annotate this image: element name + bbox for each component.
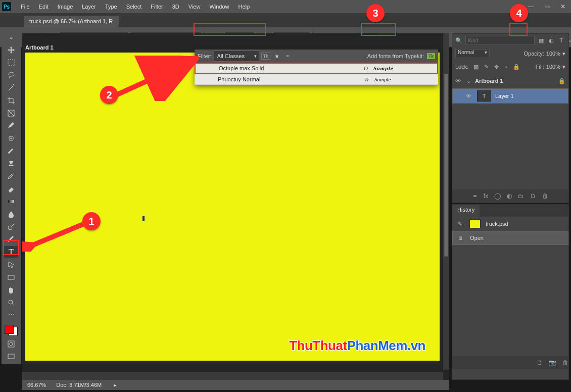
lock-label: Lock: [455,64,468,70]
rectangle-tool-icon[interactable] [4,271,18,283]
foreground-color-swatch[interactable] [5,325,14,334]
fill-value[interactable]: 100% [546,64,560,70]
hand-tool-icon[interactable] [4,284,18,296]
menu-window[interactable]: Window [205,4,233,10]
typekit-badge[interactable]: Tk [427,53,435,59]
type-tool-icon[interactable]: T [4,246,18,258]
history-snapshot[interactable]: ✎ truck.psd [452,217,568,231]
svg-rect-4 [8,200,14,203]
new-layer-icon[interactable]: 🗋 [530,192,536,200]
healing-brush-tool-icon[interactable] [4,132,18,144]
font-filter-select[interactable]: All Classes▾ [214,51,259,62]
zoom-level[interactable]: 66.67% [27,382,46,388]
history-thumbnail [469,219,481,228]
delete-layer-icon[interactable]: 🗑 [542,192,548,200]
typekit-toggle-icon[interactable]: Tk [261,53,270,60]
filter-type-icon[interactable]: T [558,37,565,44]
edit-toolbar-icon[interactable]: ⋯ [4,309,18,321]
similar-filter-icon[interactable]: ≈ [283,53,293,59]
visibility-icon[interactable]: 👁 [466,93,473,99]
menu-view[interactable]: View [184,4,205,10]
history-brush-tool-icon[interactable] [4,170,18,182]
frame-tool-icon[interactable] [4,107,18,119]
blend-mode-select[interactable]: Normal▾ [455,49,490,58]
menu-file[interactable]: File [16,4,34,10]
layer-fx-icon[interactable]: fx [484,192,488,200]
path-selection-tool-icon[interactable] [4,259,18,270]
blur-tool-icon[interactable] [4,208,18,220]
layer-text[interactable]: 👁 T Layer 1 [452,88,568,104]
search-icon[interactable]: 🔍 [455,37,462,44]
lock-icon[interactable]: 🔒 [558,78,565,84]
filter-shape-icon[interactable]: ▭ [568,37,571,44]
brush-tool-icon[interactable] [4,145,18,157]
svg-point-7 [9,300,13,304]
chevron-down-icon[interactable]: ⌄ [466,78,471,84]
filter-adjust-icon[interactable]: ◐ [548,37,555,44]
delete-state-icon[interactable]: 🗑 [562,359,568,366]
foreground-background-colors[interactable] [4,324,19,337]
history-tab[interactable]: History [452,205,480,217]
group-icon[interactable]: 🗀 [518,192,524,200]
filter-pixel-icon[interactable]: ▦ [538,37,545,44]
zoom-tool-icon[interactable] [4,297,18,308]
marquee-tool-icon[interactable] [4,57,18,68]
visibility-icon[interactable]: 👁 [455,78,462,84]
move-tool-icon[interactable] [4,44,18,56]
clone-stamp-tool-icon[interactable] [4,158,18,169]
lock-position-icon[interactable]: ✥ [493,64,500,70]
quick-mask-icon[interactable] [4,338,18,350]
menu-help[interactable]: Help [234,4,255,10]
status-bar: 66.67% Doc: 3.71M/3.46M ▸ [22,380,449,390]
create-document-icon[interactable]: 🗋 [537,359,543,366]
eyedropper-tool-icon[interactable] [4,120,18,131]
font-item-octuple[interactable]: Octuple max Solid O Sample [195,63,438,74]
lock-pixels-icon[interactable]: ✎ [483,64,490,70]
vertical-scrollbar[interactable] [443,33,449,370]
text-cursor [142,216,145,221]
canvas-area: Artboard 1 ThuThuatPhanMem.vn [22,33,449,380]
svg-line-11 [29,224,83,247]
history-step-open[interactable]: 🗎 Open [452,231,568,245]
expand-tools-icon[interactable]: » [4,31,18,43]
menu-select[interactable]: Select [122,4,147,10]
artboard-canvas[interactable]: ThuThuatPhanMem.vn [25,53,440,361]
artboard-name[interactable]: Artboard 1 [25,44,54,51]
crop-tool-icon[interactable] [4,94,18,106]
menu-edit[interactable]: Edit [34,4,53,10]
lasso-tool-icon[interactable] [4,69,18,81]
layer-kind-filter[interactable] [465,36,535,45]
pen-tool-icon[interactable] [4,233,18,245]
opacity-value[interactable]: 100% [546,51,560,57]
layer-mask-icon[interactable]: ◯ [494,192,501,200]
document-tab[interactable]: truck.psd @ 66.7% (Artboard 1, R [24,16,119,27]
menu-image[interactable]: Image [53,4,78,10]
annotation-arrow-2 [113,56,199,101]
font-item-phuoctuy[interactable]: Phuoctuy Normal Tr Sample [195,74,438,85]
menu-3d[interactable]: 3D [168,4,184,10]
favorite-filter-icon[interactable]: ★ [272,53,281,60]
adjustment-layer-icon[interactable]: ◐ [507,192,512,200]
window-maximize-icon[interactable]: ▭ [539,3,555,10]
menu-type[interactable]: Type [101,4,122,10]
dodge-tool-icon[interactable] [4,221,18,232]
eraser-tool-icon[interactable] [4,183,18,194]
window-close-icon[interactable]: ✕ [555,3,571,10]
doc-size[interactable]: Doc: 3.71M/3.46M [56,382,102,388]
lock-transparency-icon[interactable]: ▩ [472,64,480,70]
magic-wand-tool-icon[interactable] [4,82,18,93]
lock-all-icon[interactable]: 🔒 [513,64,520,70]
menu-layer[interactable]: Layer [77,4,101,10]
layer-artboard[interactable]: 👁 ⌄ Artboard 1 🔒 [452,73,568,88]
annotation-badge-2: 2 [100,86,118,104]
link-layers-icon[interactable]: ⚭ [472,192,478,200]
screen-mode-icon[interactable] [4,351,18,362]
horizontal-scrollbar[interactable] [22,372,443,380]
gradient-tool-icon[interactable] [4,195,18,207]
annotation-badge-1: 1 [82,212,101,230]
new-snapshot-icon[interactable]: 📷 [549,359,556,366]
menu-filter[interactable]: Filter [146,4,167,10]
history-footer: 🗋 📷 🗑 [452,356,568,369]
lock-artboard-icon[interactable]: ▫ [503,64,510,70]
opacity-label: Opacity: [524,51,544,57]
